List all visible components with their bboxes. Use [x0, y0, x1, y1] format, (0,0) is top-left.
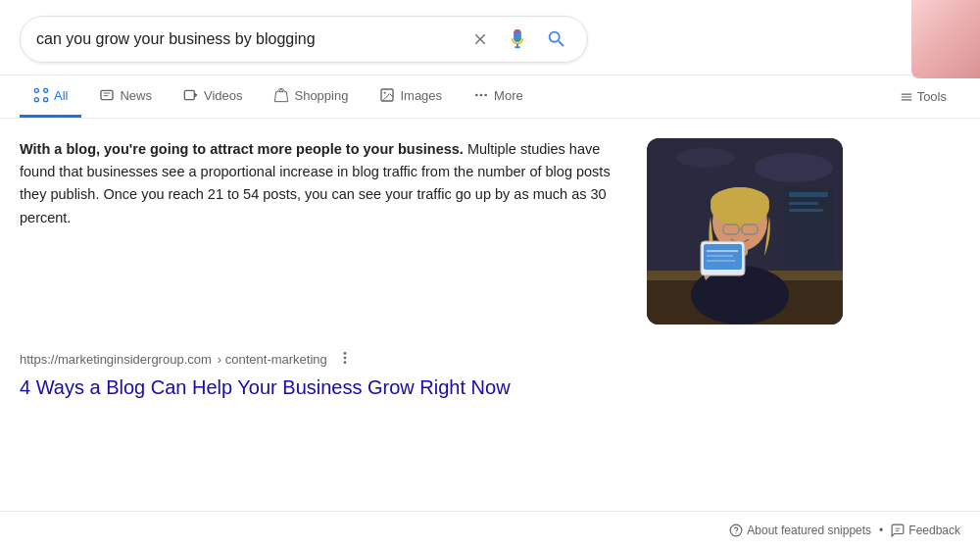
- clear-search-button[interactable]: [467, 26, 493, 52]
- svg-point-2: [34, 88, 38, 92]
- tab-shopping[interactable]: Shopping: [260, 75, 362, 118]
- source-link-area: https://marketinginsidergroup.com › cont…: [0, 348, 980, 371]
- decorative-corner: [911, 0, 980, 78]
- svg-rect-34: [784, 187, 833, 266]
- about-featured-snippets-link[interactable]: About featured snippets: [729, 524, 871, 537]
- about-snippets-label: About featured snippets: [747, 524, 871, 537]
- tab-shopping-label: Shopping: [294, 88, 348, 103]
- svg-point-14: [480, 94, 483, 97]
- snippet-content: With a blog, you're going to attract mor…: [20, 138, 921, 324]
- feedback-icon: [891, 524, 905, 537]
- source-menu-button[interactable]: [333, 348, 357, 371]
- svg-marker-10: [194, 92, 197, 97]
- tab-all-label: All: [54, 88, 68, 103]
- search-icon: [546, 28, 567, 50]
- svg-point-13: [475, 94, 478, 97]
- svg-point-40: [343, 361, 346, 364]
- svg-rect-9: [184, 90, 194, 99]
- source-url: https://marketinginsidergroup.com: [20, 352, 212, 367]
- svg-point-12: [384, 92, 386, 94]
- featured-snippet: With a blog, you're going to attract mor…: [0, 119, 941, 324]
- tab-news-label: News: [120, 88, 152, 103]
- more-dots-icon: [473, 87, 489, 103]
- tab-more[interactable]: More: [460, 75, 537, 118]
- feedback-label: Feedback: [908, 524, 960, 537]
- search-input[interactable]: can you grow your business by blogging: [36, 30, 460, 48]
- feedback-bar-items: About featured snippets • Feedback: [729, 524, 960, 537]
- svg-point-4: [34, 98, 38, 102]
- search-bar-area: can you grow your business by blogging: [0, 0, 980, 75]
- videos-icon: [183, 87, 199, 103]
- snippet-bold-text: With a blog, you're going to attract mor…: [20, 141, 464, 157]
- svg-rect-37: [789, 209, 823, 212]
- voice-search-button[interactable]: [503, 25, 532, 54]
- tools-icon: [900, 90, 913, 104]
- tools-area: Tools: [886, 77, 960, 116]
- svg-rect-35: [789, 192, 828, 197]
- svg-point-25: [710, 187, 769, 217]
- snippet-image: [647, 138, 843, 324]
- news-icon: [99, 87, 115, 103]
- tools-button[interactable]: Tools: [886, 77, 960, 116]
- tab-videos[interactable]: Videos: [170, 75, 257, 118]
- svg-point-42: [736, 532, 737, 533]
- svg-point-5: [44, 98, 48, 102]
- search-button[interactable]: [542, 25, 571, 54]
- svg-rect-36: [789, 202, 818, 205]
- svg-rect-6: [101, 90, 113, 99]
- source-breadcrumb: › content-marketing: [218, 352, 327, 367]
- tab-images[interactable]: Images: [366, 75, 456, 118]
- shopping-icon: [273, 87, 289, 103]
- snippet-text: With a blog, you're going to attract mor…: [20, 138, 627, 229]
- tab-more-label: More: [494, 88, 523, 103]
- mic-icon: [507, 28, 528, 50]
- svg-point-18: [676, 148, 735, 168]
- svg-rect-30: [704, 244, 742, 270]
- result-title-link[interactable]: 4 Ways a Blog Can Help Your Business Gro…: [20, 376, 511, 398]
- vertical-dots-icon: [337, 350, 353, 366]
- person-illustration: [647, 138, 843, 324]
- tab-all[interactable]: All: [20, 75, 81, 118]
- all-icon: [33, 87, 49, 103]
- dot-separator: •: [879, 524, 883, 537]
- tab-images-label: Images: [400, 88, 442, 103]
- feedback-bar: About featured snippets • Feedback: [0, 511, 980, 549]
- tab-news[interactable]: News: [85, 75, 166, 118]
- svg-point-38: [343, 352, 346, 355]
- search-nav-tabs: All News Videos Shopping Images More: [0, 75, 980, 119]
- tab-videos-label: Videos: [204, 88, 243, 103]
- svg-point-3: [44, 88, 48, 92]
- feedback-link[interactable]: Feedback: [891, 524, 960, 537]
- images-icon: [379, 87, 395, 103]
- result-title: 4 Ways a Blog Can Help Your Business Gro…: [0, 371, 980, 399]
- close-icon: [471, 30, 489, 48]
- search-icons: [467, 25, 571, 54]
- search-box: can you grow your business by blogging: [20, 16, 588, 63]
- svg-point-15: [484, 94, 487, 97]
- question-circle-icon: [729, 524, 743, 537]
- tools-label: Tools: [917, 89, 947, 104]
- svg-point-17: [755, 153, 833, 182]
- svg-point-39: [343, 357, 346, 360]
